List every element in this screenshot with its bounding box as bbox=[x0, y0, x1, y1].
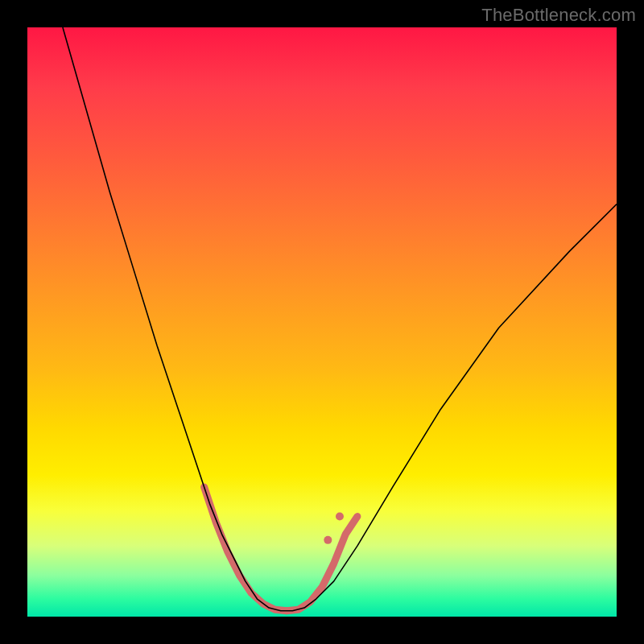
curve-svg bbox=[27, 27, 617, 617]
plot-area bbox=[27, 27, 617, 617]
watermark-text: TheBottleneck.com bbox=[481, 5, 636, 26]
series-highlight-right bbox=[287, 517, 357, 611]
chart-stage: TheBottleneck.com bbox=[0, 0, 644, 644]
highlight-dot-1 bbox=[336, 513, 344, 521]
highlight-dot-0 bbox=[324, 536, 332, 544]
series-curve bbox=[63, 27, 617, 611]
series-highlight-left bbox=[204, 487, 287, 611]
